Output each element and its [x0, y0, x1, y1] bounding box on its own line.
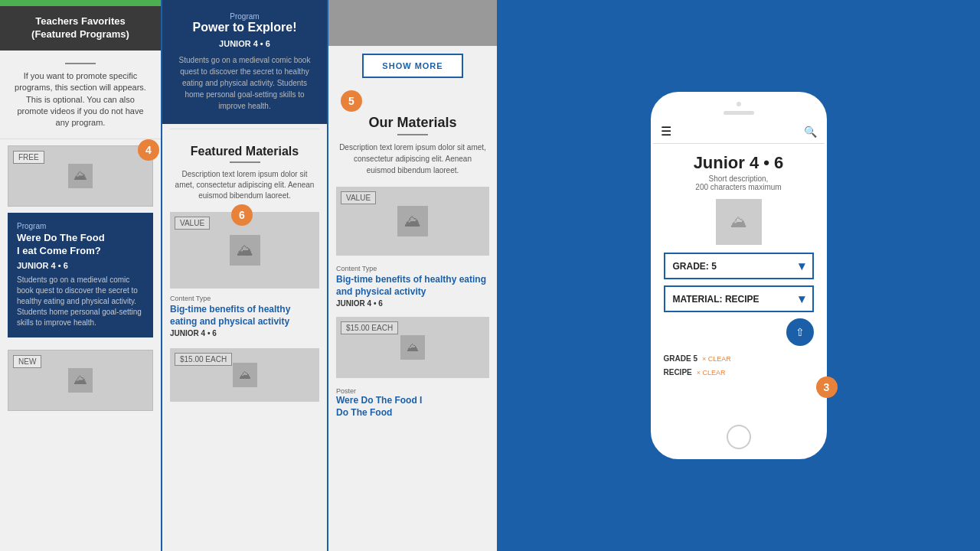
filter-recipe-label: RECIPE [664, 366, 692, 380]
phone-top-bar [653, 94, 825, 119]
panel3-value-tag-label: VALUE [346, 194, 371, 202]
phone-title: Junior 4 • 6 [664, 153, 814, 173]
phone-mockup: ☰ 🔍 Junior 4 • 6 Short description, 200 … [651, 92, 827, 459]
panel1-desc-text: If you want to promote specific programs… [15, 71, 146, 128]
phone-nav-bar: ☰ 🔍 [653, 119, 825, 144]
free-card-image: ⛰ [68, 164, 93, 188]
our-materials-desc: Description text lorem ipsum dolor sit a… [339, 142, 486, 176]
share-icon: ⇧ [795, 326, 805, 338]
panel2-program-desc: Students go on a medieval comic book que… [173, 54, 316, 112]
green-strip [0, 0, 161, 6]
show-more-section[interactable]: SHOW MORE [328, 46, 497, 86]
panel3-poster-info: Poster Were Do The Food I Do The Food [328, 383, 497, 423]
panel3-price-tag: $15.00 EACH [341, 321, 398, 334]
new-tag: NEW [13, 355, 41, 368]
phone-subtitle: Short description, 200 characters maximu… [664, 174, 814, 191]
filter-recipe-clear[interactable]: × CLEAR [697, 367, 726, 379]
phone-subtitle-text: Short description, 200 characters maximu… [664, 174, 814, 191]
badge-4: 4 [138, 139, 159, 161]
phone-camera [735, 100, 743, 108]
filter-recipe-row: RECIPE × CLEAR [664, 366, 814, 380]
search-icon[interactable]: 🔍 [804, 126, 817, 138]
price-card-image: ⛰ [233, 363, 257, 387]
price-tag-label: $15.00 EACH [180, 355, 227, 364]
panel1-header: Teachers Favorites (Featured Programs) [0, 6, 161, 51]
phone-content: Junior 4 • 6 Short description, 200 char… [653, 144, 825, 417]
featured-desc: Description text lorem ipsum dolor sit a… [173, 169, 316, 201]
filter-grade-row: GRADE 5 × CLEAR [664, 352, 814, 366]
panel3-price-card: $15.00 EACH ⛰ [336, 317, 489, 378]
badge-3-label: 3 [824, 381, 830, 393]
new-tag-label: NEW [18, 357, 36, 366]
panel3-poster-title: Were Do The Food I Do The Food [336, 395, 489, 419]
value-card-image: ⛰ [230, 235, 260, 266]
badge-3: 3 [816, 377, 838, 398]
card-material-info: Content Type Big-time benefits of health… [162, 289, 327, 344]
panel3-material-info: Content Type Big-time benefits of health… [328, 260, 497, 312]
card-program: Program Were Do The Food I eat Come From… [8, 213, 153, 337]
program-label: Program [17, 222, 144, 230]
featured-title: Featured Materials [173, 145, 316, 158]
underline-decoration [65, 63, 96, 64]
panel3-value-tag: VALUE [341, 191, 376, 204]
phone-area: ☰ 🔍 Junior 4 • 6 Short description, 200 … [497, 0, 980, 551]
grade-dropdown-label: GRADE: 5 [673, 261, 717, 272]
value-tag-label: VALUE [180, 219, 204, 227]
section-underline [230, 161, 260, 163]
panel-featured-programs: Program Power to Explore! JUNIOR 4 • 6 S… [162, 0, 327, 551]
phone-filters: GRADE 5 × CLEAR RECIPE × CLEAR [664, 352, 814, 380]
divider [170, 129, 319, 129]
material-dropdown[interactable]: MATERIAL: RECIPE ▾ [664, 285, 814, 312]
grade-dropdown-arrow: ▾ [799, 259, 805, 273]
material-dropdown-arrow: ▾ [799, 292, 805, 306]
badge5-wrap: 5 [328, 86, 497, 112]
panel2-dark-program: Program Power to Explore! JUNIOR 4 • 6 S… [162, 0, 327, 124]
show-more-button[interactable]: SHOW MORE [362, 54, 462, 78]
panel2-program-title: Power to Explore! [173, 21, 316, 34]
content-grade: JUNIOR 4 • 6 [170, 329, 319, 337]
price-tag: $15.00 EACH [175, 353, 232, 366]
panel3-top-image [328, 0, 497, 46]
section-featured-materials: Featured Materials Description text lore… [162, 134, 327, 207]
phone-image-placeholder: ⛰ [716, 199, 762, 245]
panel3-value-card: VALUE ⛰ [336, 187, 489, 256]
badge-5: 5 [341, 90, 362, 112]
panel-our-materials: SHOW MORE 5 Our Materials Description te… [328, 0, 497, 551]
badge6-wrap: 6 VALUE ⛰ [170, 212, 319, 289]
card-new: NEW ⛰ [8, 350, 153, 411]
program-title: Were Do The Food I eat Come From? [17, 232, 144, 258]
badge-6: 6 [231, 204, 253, 226]
teachers-favorites-title: Teachers Favorites (Featured Programs) [31, 15, 129, 40]
panel2-program-label: Program [173, 12, 316, 21]
panel3-content-type: Content Type [336, 265, 489, 272]
show-more-label: SHOW MORE [382, 61, 443, 70]
new-card-image: ⛰ [68, 368, 93, 393]
panel2-program-grade: JUNIOR 4 • 6 [173, 39, 316, 48]
filter-grade-label: GRADE 5 [664, 352, 697, 366]
share-button[interactable]: ⇧ [786, 318, 814, 346]
our-materials-section: Our Materials Description text lorem ips… [328, 112, 497, 182]
panel3-content-grade: JUNIOR 4 • 6 [336, 299, 489, 308]
program-title-text: Were Do The Food I eat Come From? [17, 232, 105, 256]
program-grade: JUNIOR 4 • 6 [17, 261, 144, 270]
value-tag: VALUE [175, 217, 210, 230]
filter-grade-clear[interactable]: × CLEAR [702, 353, 731, 365]
hamburger-icon[interactable]: ☰ [661, 124, 671, 139]
phone-home-button[interactable] [727, 425, 751, 449]
material-dropdown-label: MATERIAL: RECIPE [673, 294, 760, 305]
grade-dropdown[interactable]: GRADE: 5 ▾ [664, 253, 814, 279]
phone-screen: ☰ 🔍 Junior 4 • 6 Short description, 200 … [653, 119, 825, 417]
badge-4-label: 4 [145, 144, 152, 156]
panel3-poster-label: Poster [336, 387, 489, 395]
phone-bottom-bar [653, 417, 825, 457]
badge-6-label: 6 [239, 209, 245, 221]
content-type-label: Content Type [170, 295, 319, 302]
badge-5-label: 5 [348, 95, 354, 107]
panel3-content-title: Big-time benefits of healthy eating and … [336, 274, 489, 298]
panel3-price-image: ⛰ [400, 335, 425, 360]
phone-wrapper: ☰ 🔍 Junior 4 • 6 Short description, 200 … [651, 92, 827, 459]
panel3-value-image: ⛰ [397, 206, 428, 236]
panel1-description: If you want to promote specific programs… [0, 51, 161, 139]
card-free: FREE ⛰ [8, 145, 153, 207]
card-price: $15.00 EACH ⛰ [170, 348, 319, 402]
